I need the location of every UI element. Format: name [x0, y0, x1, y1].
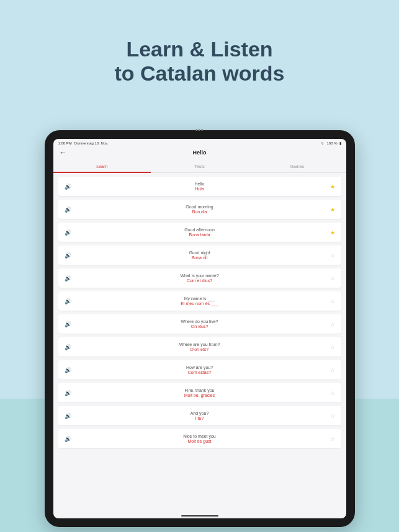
favorite-star-icon[interactable]: ☆ [328, 252, 335, 259]
word-catalan: Com et dius? [72, 278, 328, 283]
word-catalan: D'on ets? [72, 347, 328, 352]
word-english: Where are you from? [72, 342, 328, 347]
nav-bar: ← Hello [53, 147, 346, 161]
home-indicator[interactable] [181, 515, 218, 516]
word-card: 🔊My name is ___El meu nom és ___☆ [58, 291, 341, 311]
word-catalan: Molt de gust [72, 439, 328, 443]
promo-line2: to Catalan words [0, 61, 399, 86]
word-card: 🔊How are you?Com estàs?☆ [58, 360, 341, 379]
speaker-icon[interactable]: 🔊 [65, 390, 72, 396]
status-date: Donnerstag 10. Nov. [74, 141, 109, 145]
word-catalan: El meu nom és ___ [72, 301, 328, 306]
speaker-icon[interactable]: 🔊 [65, 184, 72, 190]
favorite-star-icon[interactable]: ☆ [328, 298, 335, 304]
word-english: Where do you live? [72, 319, 328, 324]
speaker-icon[interactable]: 🔊 [65, 252, 72, 259]
word-card: 🔊Where do you live?On vius?☆ [58, 314, 341, 334]
word-english: Good night [72, 250, 328, 255]
word-english: Good morning [72, 205, 328, 209]
word-catalan: Bona tarda [72, 233, 328, 237]
word-english: My name is ___ [72, 296, 328, 301]
word-text: Good morningBon dia [72, 205, 328, 214]
word-card: 🔊Good afternoonBona tarda★ [58, 223, 341, 242]
word-english: How are you? [72, 365, 328, 370]
tab-tests[interactable]: Tests [151, 161, 248, 172]
favorite-star-icon[interactable]: ☆ [328, 275, 335, 282]
word-catalan: Hola [72, 187, 328, 191]
favorite-star-icon[interactable]: ★ [328, 229, 335, 236]
favorite-star-icon[interactable]: ☆ [328, 344, 335, 350]
battery-pct: 100 % [326, 141, 337, 145]
word-text: And you?I tu? [72, 411, 328, 420]
word-text: Where do you live?On vius? [72, 319, 328, 329]
favorite-star-icon[interactable]: ☆ [328, 367, 335, 373]
word-text: Where are you from?D'on ets? [72, 342, 328, 352]
word-text: Fine, thank youMolt bé, gràcies [72, 388, 328, 397]
word-catalan: Bon dia [72, 210, 328, 214]
word-text: Good afternoonBona tarda [72, 228, 328, 237]
word-card: 🔊What is your name?Com et dius?☆ [58, 268, 341, 288]
word-card: 🔊And you?I tu?☆ [58, 406, 341, 425]
favorite-star-icon[interactable]: ☆ [328, 390, 335, 396]
wifi-icon: ᯤ [321, 141, 325, 145]
word-text: Good nightBona nit [72, 250, 328, 260]
word-english: Hello [72, 182, 328, 186]
word-catalan: Com estàs? [72, 370, 328, 375]
word-card: 🔊Nice to meet youMolt de gust☆ [58, 429, 341, 448]
favorite-star-icon[interactable]: ☆ [328, 321, 335, 327]
status-bar: 1:00 PM Donnerstag 10. Nov. ••• ᯤ 100 % … [53, 139, 346, 147]
speaker-icon[interactable]: 🔊 [65, 229, 72, 236]
back-button[interactable]: ← [60, 148, 67, 157]
word-english: And you? [72, 411, 328, 415]
word-text: Nice to meet youMolt de gust [72, 434, 328, 443]
word-catalan: I tu? [72, 416, 328, 420]
word-card: 🔊Where are you from?D'on ets?☆ [58, 337, 341, 357]
tabs: LearnTestsGames [53, 161, 346, 173]
word-list: 🔊HelloHola★🔊Good morningBon dia★🔊Good af… [53, 173, 346, 514]
favorite-star-icon[interactable]: ☆ [328, 436, 335, 442]
page-title: Hello [60, 149, 340, 156]
screen: 1:00 PM Donnerstag 10. Nov. ••• ᯤ 100 % … [53, 139, 346, 518]
tab-learn[interactable]: Learn [53, 161, 151, 172]
word-english: Nice to meet you [72, 434, 328, 438]
speaker-icon[interactable]: 🔊 [65, 344, 72, 350]
word-english: What is your name? [72, 273, 328, 278]
word-card: 🔊Good morningBon dia★ [58, 200, 341, 219]
word-catalan: Bona nit [72, 255, 328, 260]
speaker-icon[interactable]: 🔊 [65, 321, 72, 327]
promo-line1: Learn & Listen [0, 37, 399, 61]
speaker-icon[interactable]: 🔊 [65, 275, 72, 282]
status-time: 1:00 PM [58, 141, 72, 145]
tablet-frame: 1:00 PM Donnerstag 10. Nov. ••• ᯤ 100 % … [45, 130, 355, 527]
tab-games[interactable]: Games [248, 161, 346, 172]
word-text: What is your name?Com et dius? [72, 273, 328, 283]
speaker-icon[interactable]: 🔊 [65, 367, 72, 373]
favorite-star-icon[interactable]: ★ [328, 206, 335, 213]
speaker-icon[interactable]: 🔊 [65, 206, 72, 213]
favorite-star-icon[interactable]: ★ [328, 184, 335, 190]
speaker-icon[interactable]: 🔊 [65, 298, 72, 304]
word-card: 🔊Fine, thank youMolt bé, gràcies☆ [58, 383, 341, 402]
word-catalan: On vius? [72, 324, 328, 329]
word-catalan: Molt bé, gràcies [72, 393, 328, 397]
word-text: HelloHola [72, 182, 328, 191]
battery-icon: ▮ [339, 141, 341, 145]
favorite-star-icon[interactable]: ☆ [328, 413, 335, 419]
word-text: How are you?Com estàs? [72, 365, 328, 375]
speaker-icon[interactable]: 🔊 [65, 436, 72, 442]
word-english: Good afternoon [72, 228, 328, 232]
speaker-icon[interactable]: 🔊 [65, 413, 72, 419]
promo-title: Learn & Listen to Catalan words [0, 0, 399, 86]
word-english: Fine, thank you [72, 388, 328, 392]
word-card: 🔊Good nightBona nit☆ [58, 246, 341, 265]
word-text: My name is ___El meu nom és ___ [72, 296, 328, 306]
word-card: 🔊HelloHola★ [58, 177, 341, 196]
